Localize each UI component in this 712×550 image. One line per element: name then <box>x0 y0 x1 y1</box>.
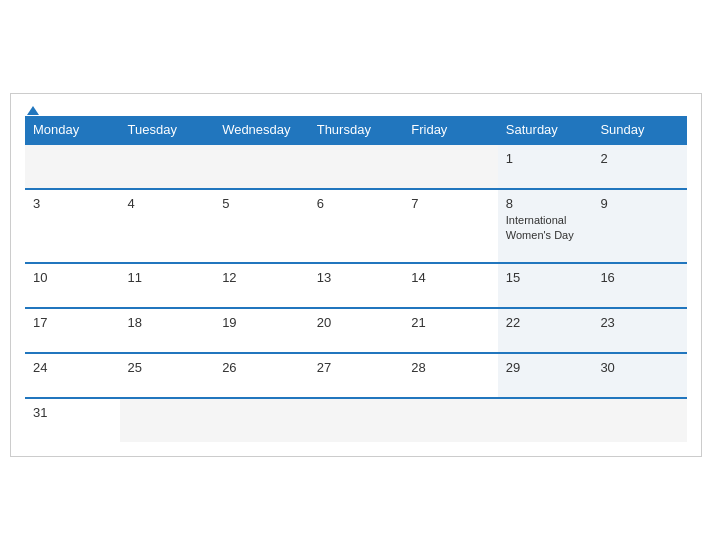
day-header-tuesday: Tuesday <box>120 116 215 144</box>
calendar-week-3: 10111213141516 <box>25 263 687 308</box>
calendar-day: 4 <box>120 189 215 263</box>
calendar-week-1: 12 <box>25 144 687 189</box>
calendar-day: 10 <box>25 263 120 308</box>
calendar-day: 8International Women's Day <box>498 189 593 263</box>
calendar-day <box>120 144 215 189</box>
calendar-day: 21 <box>403 308 498 353</box>
calendar-day: 7 <box>403 189 498 263</box>
day-number: 1 <box>506 151 585 166</box>
day-number: 6 <box>317 196 396 211</box>
calendar-day <box>25 144 120 189</box>
calendar-day: 14 <box>403 263 498 308</box>
day-number: 14 <box>411 270 490 285</box>
calendar-day: 3 <box>25 189 120 263</box>
calendar-table: MondayTuesdayWednesdayThursdayFridaySatu… <box>25 116 687 442</box>
calendar-week-2: 345678International Women's Day9 <box>25 189 687 263</box>
day-number: 20 <box>317 315 396 330</box>
day-number: 23 <box>600 315 679 330</box>
calendar-day: 12 <box>214 263 309 308</box>
calendar-day: 2 <box>592 144 687 189</box>
calendar-day <box>403 398 498 442</box>
calendar-day: 24 <box>25 353 120 398</box>
calendar-day: 22 <box>498 308 593 353</box>
day-number: 28 <box>411 360 490 375</box>
calendar-day: 29 <box>498 353 593 398</box>
calendar-week-6: 31 <box>25 398 687 442</box>
calendar-day <box>214 144 309 189</box>
day-number: 13 <box>317 270 396 285</box>
calendar-day <box>120 398 215 442</box>
calendar-day: 31 <box>25 398 120 442</box>
day-number: 22 <box>506 315 585 330</box>
calendar-week-5: 24252627282930 <box>25 353 687 398</box>
day-number: 21 <box>411 315 490 330</box>
calendar-container: MondayTuesdayWednesdayThursdayFridaySatu… <box>10 93 702 457</box>
day-number: 7 <box>411 196 490 211</box>
calendar-day: 23 <box>592 308 687 353</box>
calendar-day <box>309 398 404 442</box>
calendar-day: 11 <box>120 263 215 308</box>
day-number: 30 <box>600 360 679 375</box>
logo <box>25 106 39 115</box>
day-number: 26 <box>222 360 301 375</box>
day-header-saturday: Saturday <box>498 116 593 144</box>
calendar-day: 26 <box>214 353 309 398</box>
calendar-day: 19 <box>214 308 309 353</box>
day-number: 4 <box>128 196 207 211</box>
day-number: 8 <box>506 196 585 211</box>
calendar-day: 5 <box>214 189 309 263</box>
day-number: 12 <box>222 270 301 285</box>
calendar-day: 16 <box>592 263 687 308</box>
day-number: 16 <box>600 270 679 285</box>
days-header-row: MondayTuesdayWednesdayThursdayFridaySatu… <box>25 116 687 144</box>
day-header-wednesday: Wednesday <box>214 116 309 144</box>
day-number: 9 <box>600 196 679 211</box>
day-number: 19 <box>222 315 301 330</box>
day-header-thursday: Thursday <box>309 116 404 144</box>
day-number: 11 <box>128 270 207 285</box>
day-number: 27 <box>317 360 396 375</box>
day-number: 15 <box>506 270 585 285</box>
day-number: 17 <box>33 315 112 330</box>
calendar-day: 20 <box>309 308 404 353</box>
day-header-monday: Monday <box>25 116 120 144</box>
calendar-week-4: 17181920212223 <box>25 308 687 353</box>
day-number: 24 <box>33 360 112 375</box>
logo-triangle-icon <box>27 106 39 115</box>
calendar-day: 13 <box>309 263 404 308</box>
day-number: 31 <box>33 405 112 420</box>
day-number: 3 <box>33 196 112 211</box>
calendar-day: 9 <box>592 189 687 263</box>
calendar-day: 28 <box>403 353 498 398</box>
calendar-day: 25 <box>120 353 215 398</box>
day-header-friday: Friday <box>403 116 498 144</box>
day-number: 29 <box>506 360 585 375</box>
day-number: 5 <box>222 196 301 211</box>
calendar-day <box>214 398 309 442</box>
day-number: 18 <box>128 315 207 330</box>
calendar-day: 18 <box>120 308 215 353</box>
calendar-day: 6 <box>309 189 404 263</box>
logo-blue-text <box>25 106 39 115</box>
day-number: 2 <box>600 151 679 166</box>
calendar-day: 17 <box>25 308 120 353</box>
calendar-day <box>403 144 498 189</box>
day-event-label: International Women's Day <box>506 213 585 242</box>
day-number: 10 <box>33 270 112 285</box>
calendar-day <box>309 144 404 189</box>
day-header-sunday: Sunday <box>592 116 687 144</box>
calendar-day: 30 <box>592 353 687 398</box>
calendar-day <box>592 398 687 442</box>
calendar-day: 27 <box>309 353 404 398</box>
calendar-day: 15 <box>498 263 593 308</box>
day-number: 25 <box>128 360 207 375</box>
calendar-day: 1 <box>498 144 593 189</box>
calendar-day <box>498 398 593 442</box>
